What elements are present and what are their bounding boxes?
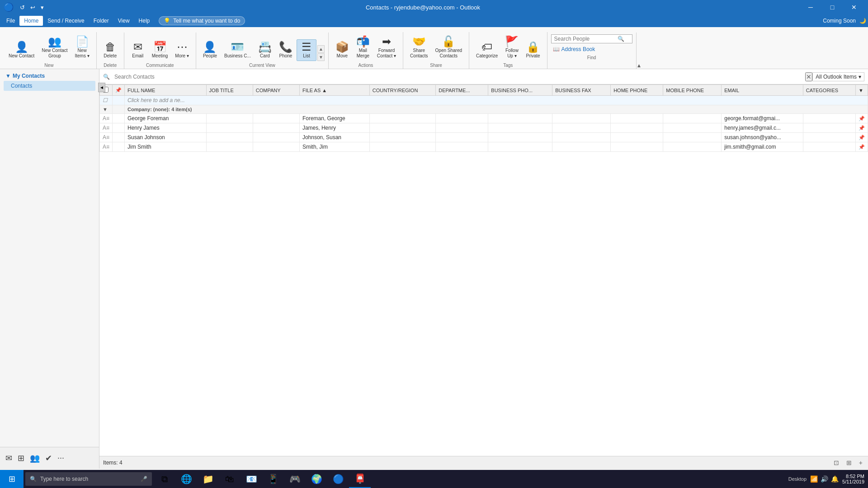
table-row[interactable]: A≡ Susan Johnson Johnson, Susan susan.jo…	[100, 133, 868, 142]
th-jobtitle[interactable]: JOB TITLE	[206, 85, 253, 96]
table-row[interactable]: A≡ Jim Smith Smith, Jim jim.smith@gmail.…	[100, 142, 868, 152]
nav-people-btn[interactable]: 👥	[28, 451, 42, 465]
th-department[interactable]: DEPARTME...	[436, 85, 488, 96]
taskbar-app-unknown3[interactable]: 🔵	[327, 470, 349, 488]
people-view-button[interactable]: 👤 People	[200, 39, 220, 61]
th-email[interactable]: EMAIL	[722, 85, 803, 96]
add-view-btn[interactable]: +	[857, 458, 864, 467]
add-new-attach-cell	[113, 96, 125, 105]
th-bizfax[interactable]: BUSINESS FAX	[552, 85, 611, 96]
sidebar-my-contacts-header[interactable]: ▼ My Contacts	[4, 71, 95, 81]
new-contact-group-button[interactable]: 👥 New ContactGroup	[38, 34, 71, 61]
th-company[interactable]: COMPANY	[253, 85, 299, 96]
start-button[interactable]: ⊞	[0, 470, 24, 488]
address-book-link[interactable]: 📖 Address Book	[551, 45, 632, 53]
nav-calendar-btn[interactable]: ⊞	[16, 451, 26, 465]
view-scroll-up[interactable]: ▲	[317, 45, 325, 53]
row-name-2[interactable]: Henry James	[125, 123, 207, 133]
follow-up-button[interactable]: 🚩 FollowUp ▾	[502, 34, 522, 61]
email-button[interactable]: ✉ Email	[128, 39, 148, 61]
row-pin-3[interactable]: 📌	[856, 133, 868, 142]
th-categories[interactable]: CATEGORIES	[803, 85, 855, 96]
add-new-row[interactable]: ☐ Click here to add a ne...	[100, 96, 868, 105]
refresh-btn[interactable]: ↺	[18, 3, 27, 12]
row-name-3[interactable]: Susan Johnson	[125, 133, 207, 142]
share-contacts-button[interactable]: 🤝 ShareContacts	[407, 34, 431, 61]
th-flag[interactable]: 📌	[113, 85, 125, 96]
group-collapse-icon[interactable]: ▼	[100, 105, 113, 114]
categorize-button[interactable]: 🏷 Categorize	[473, 39, 501, 61]
taskbar-app-store[interactable]: 🛍	[219, 470, 241, 488]
search-contacts-input[interactable]	[113, 73, 805, 81]
view-scroll-down[interactable]: ▼	[317, 53, 325, 61]
taskbar-app-explorer[interactable]: 📁	[197, 470, 219, 488]
row-name-1[interactable]: George Foreman	[125, 114, 207, 123]
close-btn[interactable]: ✕	[844, 0, 864, 14]
th-bizphone[interactable]: BUSINESS PHO...	[488, 85, 552, 96]
row-jobtitle-4	[206, 142, 253, 152]
phone-view-label: Phone	[279, 53, 292, 59]
taskbar-app-chrome[interactable]: 🌍	[306, 470, 327, 488]
move-button[interactable]: 📦 Move	[332, 39, 352, 61]
menu-help[interactable]: Help	[134, 16, 155, 26]
sidebar-collapse-btn[interactable]: ◄	[98, 83, 105, 92]
undo-btn[interactable]: ↩	[28, 3, 37, 12]
mail-merge-button[interactable]: 📬 MailMerge	[353, 34, 373, 61]
search-filter-dropdown[interactable]: All Outlook Items ▾	[812, 72, 864, 81]
business-card-view-button[interactable]: 🪪 Business C...	[221, 39, 254, 61]
menu-home[interactable]: Home	[19, 16, 43, 26]
delete-button[interactable]: 🗑 Delete	[100, 39, 120, 61]
nav-more-btn[interactable]: ···	[56, 451, 66, 465]
card-view-button[interactable]: 📇 Card	[255, 39, 275, 61]
customize-quick-access[interactable]: ▾	[39, 3, 46, 12]
sidebar-item-contacts[interactable]: Contacts	[4, 81, 95, 91]
private-button[interactable]: 🔒 Private	[523, 39, 543, 61]
taskbar-app-unknown1[interactable]: 📧	[241, 470, 262, 488]
menu-send-receive[interactable]: Send / Receive	[43, 16, 89, 26]
search-submit-btn[interactable]: ✕	[805, 72, 812, 81]
row-pin-4[interactable]: 📌	[856, 142, 868, 152]
taskbar-app-taskview[interactable]: ⧉	[154, 470, 175, 488]
phone-view-button[interactable]: 📞 Phone	[276, 39, 296, 61]
row-pin-2[interactable]: 📌	[856, 123, 868, 133]
nav-mail-btn[interactable]: ✉	[4, 451, 14, 465]
taskbar-clock[interactable]: 8:52 PM 5/11/2019	[842, 474, 864, 484]
group-row[interactable]: ▼ Company: (none): 4 item(s)	[100, 105, 868, 114]
taskbar-app-edge[interactable]: 🌐	[175, 470, 197, 488]
add-new-label-cell[interactable]: Click here to add a ne...	[125, 96, 868, 105]
th-homephone[interactable]: HOME PHONE	[611, 85, 663, 96]
normal-view-btn[interactable]: ⊞	[844, 458, 854, 467]
new-items-button[interactable]: 📄 NewItems ▾	[72, 34, 93, 61]
menu-folder[interactable]: Folder	[89, 16, 113, 26]
minimize-btn[interactable]: ─	[800, 0, 821, 14]
forward-contact-button[interactable]: ➡ ForwardContact ▾	[374, 34, 399, 61]
move-icon: 📦	[335, 42, 349, 52]
table-row[interactable]: A≡ George Foreman Foreman, George george…	[100, 114, 868, 123]
th-country[interactable]: COUNTRY/REGION	[369, 85, 436, 96]
menu-view[interactable]: View	[113, 16, 134, 26]
new-contact-button[interactable]: 👤 New Contact	[5, 39, 38, 61]
th-fileas[interactable]: FILE AS ▲	[299, 85, 369, 96]
nav-tasks-btn[interactable]: ✔	[43, 451, 54, 465]
compact-view-btn[interactable]: ⊡	[832, 458, 841, 467]
search-people-box[interactable]: 🔍	[551, 34, 632, 43]
meeting-button[interactable]: 📅 Meeting	[149, 39, 171, 61]
row-name-4[interactable]: Jim Smith	[125, 142, 207, 152]
menu-file[interactable]: File	[2, 16, 19, 26]
ribbon-minimize-btn[interactable]: ▲	[637, 62, 642, 69]
taskbar-app-unknown2[interactable]: 🎮	[284, 470, 306, 488]
list-view-button[interactable]: ☰ List	[297, 39, 316, 61]
maximize-btn[interactable]: □	[822, 0, 843, 14]
open-shared-contacts-button[interactable]: 🔓 Open SharedContacts	[432, 34, 466, 61]
table-row[interactable]: A≡ Henry James James, Henry henry.james@…	[100, 123, 868, 133]
th-fullname[interactable]: FULL NAME	[125, 85, 207, 96]
taskbar-app-phone[interactable]: 📱	[262, 470, 284, 488]
more-communicate-button[interactable]: ⋯ More ▾	[172, 39, 192, 61]
th-mobilephone[interactable]: MOBILE PHONE	[663, 85, 722, 96]
search-people-input[interactable]	[554, 36, 618, 42]
th-filter-btn[interactable]: ▼	[856, 85, 868, 96]
row-pin-1[interactable]: 📌	[856, 114, 868, 123]
tell-me-box[interactable]: 💡 Tell me what you want to do	[159, 16, 245, 25]
taskbar-app-outlook[interactable]: 📮	[349, 470, 371, 488]
taskbar-search[interactable]: 🔍 Type here to search 🎤	[25, 472, 152, 486]
